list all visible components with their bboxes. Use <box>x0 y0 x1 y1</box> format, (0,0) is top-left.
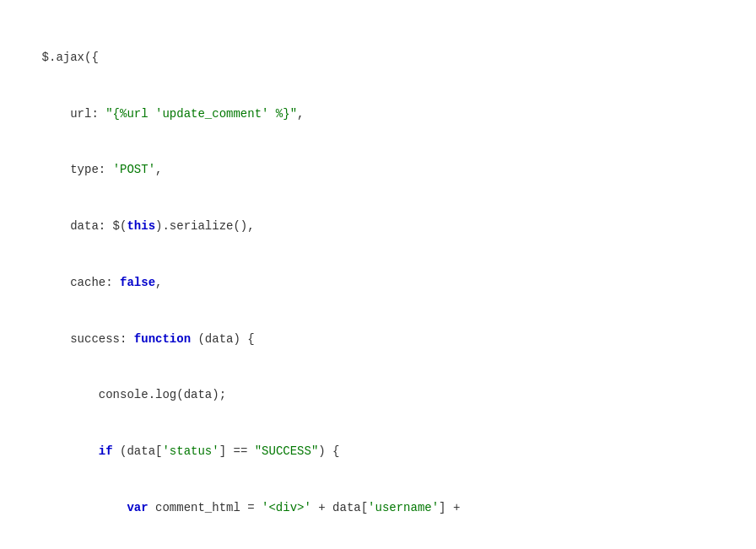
code-line-3: type: 'POST', <box>14 160 742 179</box>
code-line-6: success: function (data) { <box>14 330 742 348</box>
code-line-1: $.ajax({ <box>14 48 742 67</box>
code-line-2: url: "{%url 'update_comment' %}", <box>14 105 742 123</box>
code-line-9: var comment_html = '<div>' + data['usern… <box>14 498 742 517</box>
code-block: $.ajax({ url: "{%url 'update_comment' %}… <box>0 7 756 549</box>
code-container: $.ajax({ url: "{%url 'update_comment' %}… <box>0 0 756 549</box>
code-line-7: console.log(data); <box>14 385 742 404</box>
code-line-4: data: $(this).serialize(), <box>14 217 742 235</box>
code-line-8: if (data['status'] == "SUCCESS") { <box>14 442 742 460</box>
code-line-5: cache: false, <box>14 273 742 292</box>
